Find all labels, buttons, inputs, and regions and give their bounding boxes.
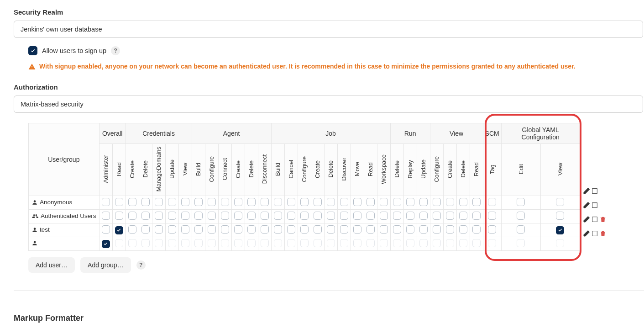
select-all-icon[interactable] xyxy=(591,187,598,195)
permission-checkbox[interactable] xyxy=(446,212,454,220)
permission-checkbox[interactable] xyxy=(556,198,564,206)
permission-checkbox[interactable] xyxy=(380,225,388,234)
permission-checkbox[interactable] xyxy=(194,198,203,206)
permission-checkbox[interactable] xyxy=(406,212,414,220)
permission-checkbox[interactable] xyxy=(208,212,216,220)
permission-checkbox[interactable] xyxy=(556,226,564,234)
permission-checkbox[interactable] xyxy=(247,198,256,206)
permission-checkbox[interactable] xyxy=(367,225,375,234)
allow-signup-checkbox[interactable] xyxy=(28,46,37,55)
permission-checkbox[interactable] xyxy=(472,198,481,206)
permission-checkbox[interactable] xyxy=(261,212,269,220)
permission-checkbox[interactable] xyxy=(287,212,295,220)
permission-checkbox[interactable] xyxy=(327,225,335,234)
select-all-icon[interactable] xyxy=(591,202,598,209)
add-group-button[interactable]: Add group… xyxy=(80,257,131,273)
permission-checkbox[interactable] xyxy=(274,225,282,234)
permission-checkbox[interactable] xyxy=(517,225,525,234)
permission-checkbox[interactable] xyxy=(234,225,242,234)
permission-checkbox[interactable] xyxy=(287,198,295,206)
permission-checkbox[interactable] xyxy=(194,225,203,234)
permission-checkbox[interactable] xyxy=(300,212,309,220)
permission-checkbox[interactable] xyxy=(300,225,309,234)
permission-checkbox[interactable] xyxy=(300,198,309,206)
permission-checkbox[interactable] xyxy=(327,198,335,206)
permission-checkbox[interactable] xyxy=(433,212,441,220)
permission-checkbox[interactable] xyxy=(488,212,496,220)
permission-checkbox[interactable] xyxy=(102,225,110,234)
permission-checkbox[interactable] xyxy=(102,212,110,220)
permission-checkbox[interactable] xyxy=(247,225,256,234)
permission-checkbox[interactable] xyxy=(353,225,361,234)
permission-checkbox[interactable] xyxy=(128,198,136,206)
permission-checkbox[interactable] xyxy=(221,225,229,234)
permission-checkbox[interactable] xyxy=(221,212,229,220)
permission-checkbox[interactable] xyxy=(459,212,467,220)
permission-checkbox[interactable] xyxy=(459,225,467,234)
permission-checkbox[interactable] xyxy=(261,225,269,234)
permission-checkbox[interactable] xyxy=(433,225,441,234)
permission-checkbox[interactable] xyxy=(380,198,388,206)
permission-checkbox[interactable] xyxy=(155,225,163,234)
permission-checkbox[interactable] xyxy=(446,198,454,206)
permission-checkbox[interactable] xyxy=(115,198,123,206)
edit-icon[interactable] xyxy=(583,216,590,223)
permission-checkbox[interactable] xyxy=(314,198,322,206)
permission-checkbox[interactable] xyxy=(488,198,496,206)
authorization-select[interactable]: Matrix-based security xyxy=(14,96,643,113)
permission-checkbox[interactable] xyxy=(517,198,525,206)
edit-icon[interactable] xyxy=(583,187,590,195)
permission-checkbox[interactable] xyxy=(472,212,481,220)
select-all-icon[interactable] xyxy=(591,216,598,223)
permission-checkbox[interactable] xyxy=(208,225,216,234)
edit-icon[interactable] xyxy=(583,230,590,237)
select-all-icon[interactable] xyxy=(591,230,598,237)
permission-checkbox[interactable] xyxy=(406,225,414,234)
permission-checkbox[interactable] xyxy=(419,225,428,234)
permission-checkbox[interactable] xyxy=(459,198,467,206)
permission-checkbox[interactable] xyxy=(274,198,282,206)
add-user-button[interactable]: Add user… xyxy=(28,257,75,273)
permission-checkbox[interactable] xyxy=(353,212,361,220)
permission-checkbox[interactable] xyxy=(340,225,348,234)
permission-checkbox[interactable] xyxy=(115,226,123,234)
permission-checkbox[interactable] xyxy=(261,198,269,206)
permission-checkbox[interactable] xyxy=(406,198,414,206)
permission-checkbox[interactable] xyxy=(287,225,295,234)
permission-checkbox[interactable] xyxy=(234,212,242,220)
permission-checkbox[interactable] xyxy=(393,212,401,220)
permission-checkbox[interactable] xyxy=(247,212,256,220)
permission-checkbox[interactable] xyxy=(102,198,110,206)
help-icon[interactable]: ? xyxy=(136,260,146,270)
trash-icon[interactable] xyxy=(599,216,607,223)
permission-checkbox[interactable] xyxy=(155,198,163,206)
permission-checkbox[interactable] xyxy=(340,198,348,206)
permission-checkbox[interactable] xyxy=(168,212,176,220)
permission-checkbox[interactable] xyxy=(556,212,564,220)
permission-checkbox[interactable] xyxy=(194,212,203,220)
permission-checkbox[interactable] xyxy=(433,198,441,206)
permission-checkbox[interactable] xyxy=(340,212,348,220)
permission-checkbox[interactable] xyxy=(446,225,454,234)
permission-checkbox[interactable] xyxy=(367,198,375,206)
permission-checkbox[interactable] xyxy=(393,225,401,234)
permission-checkbox[interactable] xyxy=(208,198,216,206)
permission-checkbox[interactable] xyxy=(141,225,150,234)
permission-checkbox[interactable] xyxy=(168,225,176,234)
permission-checkbox[interactable] xyxy=(472,225,481,234)
permission-checkbox[interactable] xyxy=(181,225,189,234)
permission-checkbox[interactable] xyxy=(393,198,401,206)
permission-checkbox[interactable] xyxy=(128,212,136,220)
edit-icon[interactable] xyxy=(583,202,590,209)
permission-checkbox[interactable] xyxy=(419,212,428,220)
permission-checkbox[interactable] xyxy=(181,198,189,206)
permission-checkbox[interactable] xyxy=(128,225,136,234)
permission-checkbox[interactable] xyxy=(327,212,335,220)
help-icon[interactable]: ? xyxy=(111,46,120,55)
permission-checkbox[interactable] xyxy=(155,212,163,220)
permission-checkbox[interactable] xyxy=(115,212,123,220)
security-realm-select[interactable]: Jenkins' own user database xyxy=(14,21,643,38)
permission-checkbox[interactable] xyxy=(181,212,189,220)
trash-icon[interactable] xyxy=(599,230,607,237)
permission-checkbox[interactable] xyxy=(168,198,176,206)
